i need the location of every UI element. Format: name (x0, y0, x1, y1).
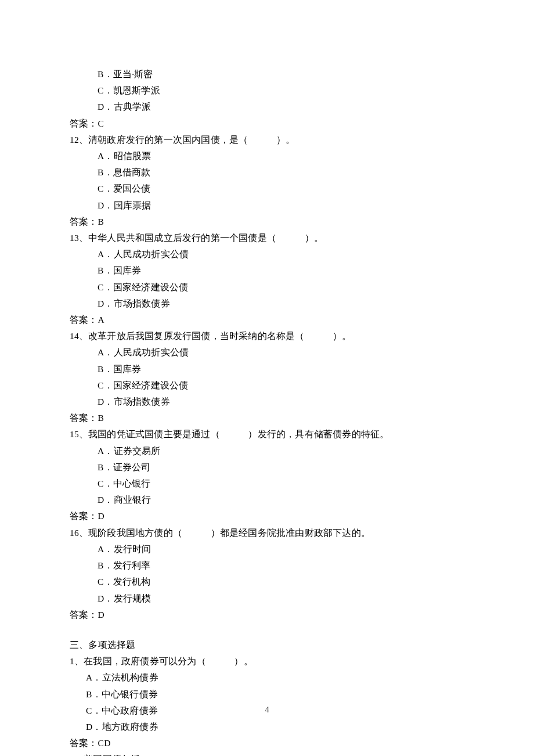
q14-stem: 14、改革开放后我国复原发行国债，当时采纳的名称是（ ）。 (70, 328, 464, 344)
q12-option-b: B．息借商款 (70, 164, 464, 181)
q15-option-a: A．证券交易所 (70, 443, 464, 459)
q12-option-d: D．国库票据 (70, 197, 464, 214)
q11-option-d: D．古典学派 (70, 99, 464, 115)
q16-option-c: C．发行机构 (70, 574, 464, 590)
q11-option-c: C．凯恩斯学派 (70, 82, 464, 99)
q13-answer: 答案：A (70, 312, 464, 328)
q14-option-b: B．国库券 (70, 361, 464, 377)
q16-stem: 16、现阶段我国地方债的（ ）都是经国务院批准由财政部下达的。 (70, 525, 464, 541)
q12-answer: 答案：B (70, 214, 464, 230)
mq1-answer: 答案：CD (70, 735, 464, 751)
q11-option-b: B．亚当·斯密 (70, 66, 464, 82)
q11-answer: 答案：C (70, 116, 464, 132)
q12-option-c: C．爱国公债 (70, 181, 464, 197)
mq1-stem: 1、在我国，政府债券可以分为（ ）。 (70, 653, 464, 669)
q12-option-a: A．昭信股票 (70, 148, 464, 164)
q15-stem: 15、我国的凭证式国债主要是通过（ ）发行的，具有储蓄债券的特征。 (70, 426, 464, 442)
q15-option-d: D．商业银行 (70, 492, 464, 508)
q14-option-a: A．人民成功折实公债 (70, 344, 464, 361)
q13-option-c: C．国家经济建设公债 (70, 279, 464, 296)
mq2-stem: 2、美国国债包括（ ）。 (70, 751, 464, 756)
section-3-title: 三、多项选择题 (70, 637, 464, 653)
q14-option-c: C．国家经济建设公债 (70, 377, 464, 394)
q16-option-d: D．发行规模 (70, 591, 464, 607)
mq1-option-d: D．地方政府债券 (70, 719, 464, 735)
page: B．亚当·斯密 C．凯恩斯学派 D．古典学派 答案：C 12、清朝政府发行的第一… (0, 0, 534, 756)
q15-option-b: B．证券公司 (70, 459, 464, 476)
q13-option-a: A．人民成功折实公债 (70, 246, 464, 262)
q16-answer: 答案：D (70, 607, 464, 623)
q15-option-c: C．中心银行 (70, 476, 464, 492)
mq1-option-a: A．立法机构债券 (70, 669, 464, 686)
mq1-option-b: B．中心银行债券 (70, 686, 464, 703)
q12-stem: 12、清朝政府发行的第一次国内国债，是（ ）。 (70, 132, 464, 148)
q13-stem: 13、中华人民共和国成立后发行的第一个国债是（ ）。 (70, 230, 464, 246)
q16-option-b: B．发行利率 (70, 557, 464, 574)
q14-answer: 答案：B (70, 410, 464, 426)
q13-option-d: D．市场指数债券 (70, 296, 464, 312)
q16-option-a: A．发行时间 (70, 541, 464, 557)
q14-option-d: D．市场指数债券 (70, 394, 464, 410)
q15-answer: 答案：D (70, 508, 464, 524)
q13-option-b: B．国库券 (70, 262, 464, 279)
page-number: 4 (0, 702, 534, 718)
